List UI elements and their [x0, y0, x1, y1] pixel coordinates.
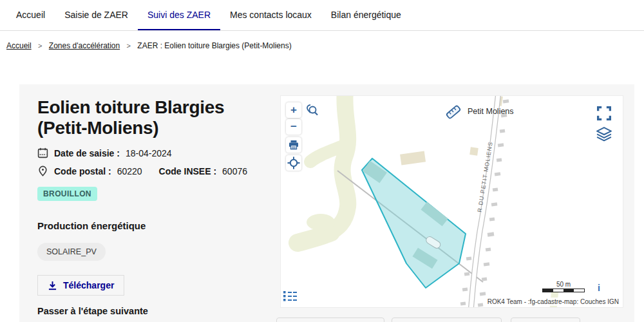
scale-bar: 50 m	[542, 281, 585, 292]
crosshair-icon	[287, 156, 300, 169]
place-label: Petit Moliens	[468, 107, 514, 116]
production-tag: SOLAIRE_PV	[37, 243, 106, 261]
calendar-icon	[37, 147, 48, 158]
search-location-button[interactable]	[305, 104, 319, 120]
insee-value: 60076	[222, 166, 247, 176]
status-badge: BROUILLON	[37, 187, 97, 201]
postal-value: 60220	[117, 166, 142, 176]
download-button[interactable]: Télécharger	[37, 275, 124, 296]
next-step-label: Passer à l'étape suivante	[37, 306, 263, 316]
printer-icon	[289, 140, 299, 150]
fullscreen-button[interactable]	[597, 106, 611, 122]
zaer-detail-card: Eolien toiture Blargies (Petit-Moliens) …	[19, 84, 634, 322]
main-road	[471, 96, 498, 308]
breadcrumb-current-page: ZAER : Eolien toiture Blargies (Petit-Mo…	[137, 41, 291, 50]
production-heading: Production énergétique	[37, 220, 263, 231]
ruler-icon	[443, 102, 464, 122]
measure-button[interactable]	[443, 102, 464, 124]
tab-accueil[interactable]: Accueil	[6, 0, 55, 30]
date-label: Date de saisie :	[54, 148, 120, 158]
land-green-blob	[307, 214, 335, 231]
breadcrumb-separator: >	[38, 42, 42, 50]
zoom-in-button[interactable]: +	[286, 102, 301, 118]
fullscreen-icon	[597, 106, 611, 120]
location-pin-icon	[37, 166, 48, 176]
breadcrumb-separator: >	[127, 42, 131, 50]
tab-mes-contacts-locaux[interactable]: Mes contacts locaux	[220, 0, 321, 30]
legend-list-icon	[283, 290, 298, 302]
date-row: Date de saisie : 18-04-2024	[37, 147, 263, 158]
partial-button-2[interactable]	[392, 317, 502, 322]
page-title: Eolien toiture Blargies (Petit-Moliens)	[37, 97, 263, 138]
breadcrumb: Accueil > Zones d'accélération > ZAER : …	[0, 31, 644, 50]
date-value: 18-04-2024	[126, 148, 172, 158]
tab-saisie-de-zaer[interactable]: Saisie de ZAER	[55, 0, 138, 30]
print-button[interactable]	[286, 137, 301, 153]
search-location-icon	[305, 104, 319, 118]
tab-bilan-energetique[interactable]: Bilan énergétique	[321, 0, 411, 30]
scale-label: 50 m	[542, 281, 585, 288]
locate-button[interactable]	[286, 155, 301, 171]
zaer-summary-column: Eolien toiture Blargies (Petit-Moliens) …	[37, 97, 263, 316]
breadcrumb-accueil[interactable]: Accueil	[6, 41, 32, 50]
main-nav: Accueil Saisie de ZAER Suivi des ZAER Me…	[0, 0, 644, 31]
layers-icon	[596, 127, 612, 142]
map-canvas[interactable]	[281, 96, 623, 308]
insee-label: Code INSEE :	[159, 166, 216, 176]
map-attribution: ROK4 Team - :fg-cadastre-map: Couches IG…	[486, 298, 621, 306]
zoom-out-button[interactable]: −	[286, 119, 301, 135]
download-label: Télécharger	[63, 280, 114, 290]
partial-button-3[interactable]	[511, 317, 580, 322]
layers-button[interactable]	[596, 127, 612, 144]
tab-suivi-des-zaer[interactable]: Suivi des ZAER	[138, 0, 220, 30]
postal-label: Code postal :	[54, 166, 111, 176]
download-icon	[48, 281, 57, 290]
codes-row: Code postal : 60220 Code INSEE : 60076	[37, 166, 263, 176]
map-info-button[interactable]: i	[598, 283, 600, 293]
breadcrumb-zones-acceleration[interactable]: Zones d'accélération	[49, 41, 120, 50]
partial-button-1[interactable]	[276, 317, 384, 322]
legend-button[interactable]	[283, 290, 298, 304]
map-panel[interactable]: Petit Moliens R DU PETIT MOLIENS + −	[280, 95, 623, 308]
